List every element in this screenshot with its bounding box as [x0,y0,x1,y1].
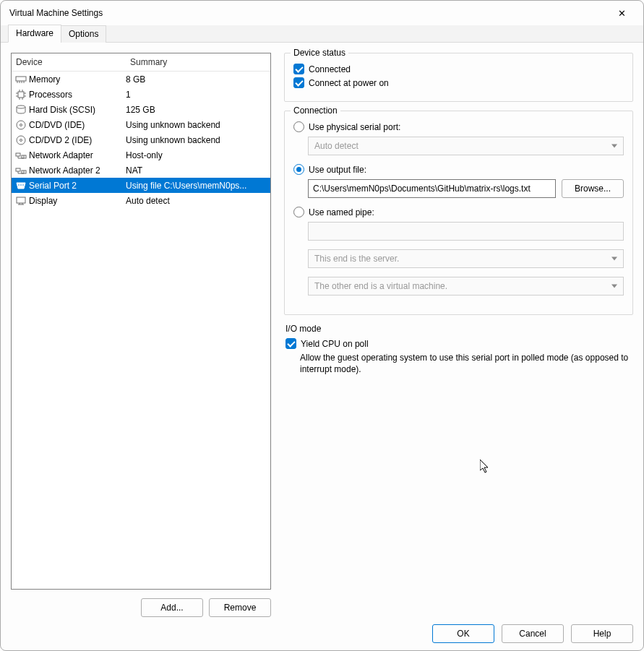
radio-pipe-label: Use named pipe: [309,207,374,217]
device-summary: 8 GB [126,74,270,85]
device-summary: NAT [126,165,270,176]
group-connection: Connection Use physical serial port: Aut… [284,111,633,315]
physical-port-value: Auto detect [314,141,359,151]
help-button[interactable]: Help [571,624,633,643]
serial-icon [14,180,27,191]
device-row[interactable]: Processors1 [12,87,270,102]
legend-connection: Connection [291,105,340,116]
tab-options[interactable]: Options [61,25,106,43]
chevron-down-icon [611,145,617,148]
radio-output-label: Use output file: [309,165,366,175]
net-icon [14,165,27,176]
legend-io-mode: I/O mode [285,324,632,334]
device-row[interactable]: DisplayAuto detect [12,193,270,208]
svg-rect-0 [16,77,26,81]
svg-point-16 [20,124,22,126]
pipe-end-value: This end is the server. [314,254,399,264]
add-button[interactable]: Add... [141,598,203,617]
pipe-end-select[interactable]: This end is the server. [308,249,624,268]
remove-button[interactable]: Remove [209,598,271,617]
chk-connected-row[interactable]: Connected [293,64,624,74]
output-file-input[interactable] [308,179,556,198]
device-list[interactable]: Device Summary Memory8 GBProcessors1Hard… [11,53,271,590]
device-summary: Auto detect [126,196,270,206]
chk-connect-power[interactable] [293,77,304,88]
svg-rect-19 [16,153,20,156]
device-name: CD/DVD (IDE) [29,120,126,130]
svg-point-18 [20,139,22,141]
svg-point-14 [17,105,25,108]
device-name: Hard Disk (SCSI) [29,105,126,115]
chk-connected-label: Connected [309,64,351,74]
radio-output-row[interactable]: Use output file: [293,164,624,175]
svg-point-23 [18,184,20,186]
svg-point-17 [17,136,25,145]
tab-hardware[interactable]: Hardware [8,25,61,43]
chk-connect-power-label: Connect at power on [309,78,389,88]
device-row[interactable]: Hard Disk (SCSI)125 GB [12,102,270,117]
tabstrip: Hardware Options [1,25,643,43]
device-name: Serial Port 2 [29,181,126,191]
physical-port-select[interactable]: Auto detect [308,137,624,155]
device-summary: Host-only [126,150,270,160]
radio-pipe-row[interactable]: Use named pipe: [293,207,624,217]
disc-icon [14,119,27,131]
pipe-other-end-value: The other end is a virtual machine. [314,281,447,291]
device-summary: Using file C:\Users\memN0ps... [126,181,270,191]
legend-device-status: Device status [291,48,348,58]
radio-pipe[interactable] [293,207,304,217]
ok-button[interactable]: OK [432,624,494,643]
device-name: CD/DVD 2 (IDE) [29,135,126,145]
radio-physical-label: Use physical serial port: [309,122,400,132]
device-summary: Using unknown backend [126,135,270,145]
browse-button[interactable]: Browse... [562,179,624,198]
dialog-footer: OK Cancel Help [1,617,643,650]
device-row[interactable]: CD/DVD (IDE)Using unknown backend [12,117,270,132]
device-list-header: Device Summary [12,53,270,72]
group-io-mode: I/O mode Yield CPU on poll Allow the gue… [284,324,633,375]
pipe-other-end-select[interactable]: The other end is a virtual machine. [308,277,624,296]
device-name: Network Adapter [29,150,126,160]
col-header-summary: Summary [126,53,270,71]
group-device-status: Device status Connected Connect at power… [284,53,633,102]
cpu-icon [14,89,27,100]
device-row[interactable]: Network AdapterHost-only [12,147,270,163]
chk-yield-cpu[interactable] [285,338,296,349]
svg-rect-26 [17,197,25,203]
settings-window: Virtual Machine Settings ✕ Hardware Opti… [0,0,644,651]
close-icon: ✕ [618,8,626,19]
net-icon [14,150,27,161]
svg-rect-21 [16,168,20,171]
device-row[interactable]: CD/DVD 2 (IDE)Using unknown backend [12,132,270,147]
device-row[interactable]: Memory8 GB [12,72,270,87]
titlebar: Virtual Machine Settings ✕ [1,1,643,25]
pipe-name-input[interactable]: . [308,222,624,241]
device-row[interactable]: Serial Port 2Using file C:\Users\memN0ps… [12,178,270,193]
disc-icon [14,134,27,146]
window-title: Virtual Machine Settings [9,8,103,18]
cancel-button[interactable]: Cancel [502,624,564,643]
radio-physical-row[interactable]: Use physical serial port: [293,121,624,132]
memory-icon [14,74,27,85]
close-button[interactable]: ✕ [606,2,637,24]
device-summary: 1 [126,90,270,100]
device-summary: Using unknown backend [126,120,270,130]
details-panel: Device status Connected Connect at power… [284,53,633,617]
chk-connect-power-row[interactable]: Connect at power on [293,77,624,88]
device-name: Network Adapter 2 [29,165,126,176]
chevron-down-icon [611,285,617,288]
device-name: Memory [29,74,126,85]
device-name: Display [29,196,126,206]
chevron-down-icon [611,257,617,261]
device-summary: 125 GB [126,105,270,115]
radio-physical[interactable] [293,121,304,132]
svg-point-15 [17,121,25,129]
chk-connected[interactable] [293,64,304,74]
display-icon [14,195,27,207]
svg-rect-5 [18,92,24,98]
device-row[interactable]: Network Adapter 2NAT [12,163,270,178]
chk-yield-cpu-row[interactable]: Yield CPU on poll [285,338,632,349]
svg-point-24 [20,184,22,186]
radio-output[interactable] [293,164,304,175]
col-header-device: Device [12,53,126,71]
